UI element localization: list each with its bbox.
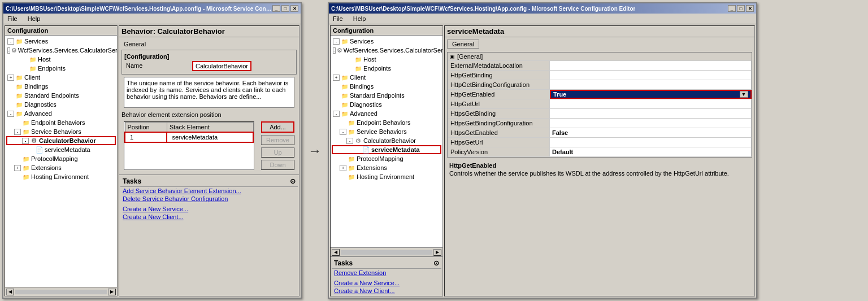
expand-icon[interactable]: -	[7, 47, 10, 54]
task-link[interactable]: Create a New Client...	[120, 213, 298, 221]
close-btn[interactable]: ✕	[290, 5, 298, 12]
right-maximize-btn[interactable]: □	[737, 5, 745, 12]
tree-item-calculator-serv[interactable]: -⚙WcfServices.Services.CalculatorServ	[6, 46, 116, 55]
left-hscroll-left[interactable]: ◀	[6, 289, 14, 295]
maximize-btn[interactable]: □	[281, 5, 289, 12]
property-row[interactable]: HttpGetUrl	[448, 99, 752, 109]
property-row[interactable]: PolicyVersionDefault	[448, 147, 752, 157]
folder-icon: 📁	[354, 64, 362, 72]
right-menu-file[interactable]: File	[331, 15, 345, 23]
right-hscroll-track[interactable]	[341, 250, 432, 255]
tree-item-hosting-environment[interactable]: 📁Hosting Environment	[6, 172, 116, 181]
right-hscroll-right[interactable]: ▶	[433, 249, 441, 256]
collapse-icon[interactable]: ▣	[450, 54, 455, 59]
leaf-icon: 📄	[362, 146, 370, 154]
expand-icon[interactable]: +	[340, 165, 346, 171]
tree-item-protocol-mapping[interactable]: 📁ProtocolMapping	[332, 154, 441, 163]
tree-label: Bindings	[350, 83, 374, 90]
right-hscrollbar[interactable]: ◀ ▶	[331, 247, 442, 256]
prop-dropdown-icon[interactable]: ▼	[740, 91, 748, 98]
menu-help[interactable]: Help	[26, 15, 42, 23]
task-link[interactable]: Delete Service Behavior Configuration	[120, 195, 298, 203]
tree-item-endpoint-behaviors[interactable]: 📁Endpoint Behaviors	[332, 118, 441, 127]
tree-label: ProtocolMapping	[357, 155, 403, 162]
tree-item-endpoint-behaviors[interactable]: 📁Endpoint Behaviors	[6, 118, 116, 127]
name-value: CalculatorBehavior	[192, 61, 251, 71]
tree-item-host[interactable]: 📁Host	[6, 55, 116, 64]
property-row[interactable]: HttpsGetEnabledFalse	[448, 128, 752, 138]
property-row[interactable]: HttpGetEnabledTrue▼	[448, 90, 752, 99]
right-menu-help[interactable]: Help	[351, 15, 368, 23]
up-button[interactable]: Up	[261, 147, 294, 158]
remove-button[interactable]: Remove	[261, 135, 294, 145]
expand-icon[interactable]: -	[22, 138, 29, 144]
left-tree-area[interactable]: -📁Services-⚙WcfServices.Services.Calcula…	[5, 36, 117, 287]
property-row[interactable]: HttpGetBindingConfiguration	[448, 80, 752, 90]
left-hscroll-right[interactable]: ▶	[108, 289, 116, 295]
expand-icon[interactable]: +	[7, 75, 14, 81]
property-row[interactable]: HttpsGetUrl	[448, 138, 752, 147]
tree-item-service-behaviors[interactable]: -📁Service Behaviors	[6, 127, 116, 136]
menu-file[interactable]: File	[6, 15, 19, 23]
tree-item-calculator-behavior[interactable]: -⚙CalculatorBehavior	[332, 136, 441, 145]
property-row[interactable]: HttpsGetBinding	[448, 109, 752, 119]
table-row[interactable]: 1serviceMetadata	[125, 132, 253, 142]
tree-item-endpoints[interactable]: 📁Endpoints	[332, 64, 441, 73]
property-row[interactable]: ExternalMetadataLocation	[448, 61, 752, 71]
tree-item-calculator-behavior[interactable]: -⚙CalculatorBehavior	[6, 136, 116, 145]
right-close-btn[interactable]: ✕	[746, 5, 754, 12]
expand-icon[interactable]: -	[333, 38, 340, 45]
tree-item-standard-endpoints[interactable]: 📁Standard Endpoints	[6, 91, 116, 100]
task-link[interactable]: Create a New Client...	[332, 287, 441, 295]
minimize-btn[interactable]: _	[272, 5, 280, 12]
tree-item-standard-endpoints[interactable]: 📁Standard Endpoints	[332, 91, 441, 100]
tree-item-service-behaviors[interactable]: -📁Service Behaviors	[332, 127, 441, 136]
tree-item-client[interactable]: +📁Client	[332, 73, 441, 82]
expand-icon[interactable]: -	[333, 47, 336, 54]
right-tree-area[interactable]: -📁Services-⚙WcfServices.Services.Calcula…	[331, 36, 442, 247]
tree-item-services[interactable]: -📁Services	[6, 37, 116, 46]
property-row[interactable]: HttpsGetBindingConfiguration	[448, 119, 752, 128]
left-menu-bar: File Help	[3, 14, 301, 24]
expand-icon[interactable]: -	[7, 38, 14, 45]
left-hscroll-track[interactable]	[15, 290, 107, 294]
expand-icon[interactable]: -	[340, 129, 346, 135]
expand-icon[interactable]: -	[346, 138, 353, 144]
tree-item-advanced[interactable]: -📁Advanced	[6, 109, 116, 118]
right-hscroll-left[interactable]: ◀	[332, 249, 340, 256]
tree-item-diagnostics[interactable]: 📁Diagnostics	[6, 100, 116, 109]
tree-item-advanced[interactable]: -📁Advanced	[332, 109, 441, 118]
down-button[interactable]: Down	[261, 160, 294, 170]
tree-item-client[interactable]: +📁Client	[6, 73, 116, 82]
task-link[interactable]: Add Service Behavior Element Extension..…	[120, 187, 298, 195]
expand-icon[interactable]: +	[14, 165, 21, 171]
prop-value-cell[interactable]: True▼	[550, 90, 752, 99]
add-button[interactable]: Add...	[261, 121, 294, 133]
tree-item-diagnostics[interactable]: 📁Diagnostics	[332, 100, 441, 109]
tree-item-bindings[interactable]: 📁Bindings	[332, 82, 441, 91]
tree-item-services[interactable]: -📁Services	[332, 37, 441, 46]
task-link[interactable]: Create a New Service...	[332, 279, 441, 287]
tree-item-endpoints[interactable]: 📁Endpoints	[6, 64, 116, 73]
property-row[interactable]: HttpGetBinding	[448, 71, 752, 80]
expand-icon[interactable]: -	[7, 111, 14, 117]
tree-item-protocol-mapping[interactable]: 📁ProtocolMapping	[6, 154, 116, 163]
tree-item-extensions[interactable]: +📁Extensions	[6, 163, 116, 172]
tree-item-host[interactable]: 📁Host	[332, 55, 441, 64]
expand-icon[interactable]: -	[14, 129, 21, 135]
tree-item-extensions[interactable]: +📁Extensions	[332, 163, 441, 172]
tree-item-service-metadata[interactable]: 📄serviceMetadata	[6, 145, 116, 154]
right-minimize-btn[interactable]: _	[728, 5, 736, 12]
expand-icon[interactable]: +	[333, 75, 340, 81]
left-hscrollbar[interactable]: ◀ ▶	[5, 287, 117, 296]
general-tab[interactable]: General	[447, 40, 479, 49]
tree-item-hosting-environment[interactable]: 📁Hosting Environment	[332, 172, 441, 181]
tree-item-calculator-serv[interactable]: -⚙WcfServices.Services.CalculatorServ	[332, 46, 441, 55]
task-link[interactable]: Create a New Service...	[120, 205, 298, 213]
tree-item-bindings[interactable]: 📁Bindings	[6, 82, 116, 91]
tree-item-service-metadata[interactable]: 📄serviceMetadata	[332, 145, 441, 154]
task-link[interactable]: Remove Extension	[332, 269, 441, 277]
arrow-container: →	[306, 2, 323, 299]
folder-icon: 📁	[348, 155, 355, 163]
expand-icon[interactable]: -	[333, 111, 340, 117]
